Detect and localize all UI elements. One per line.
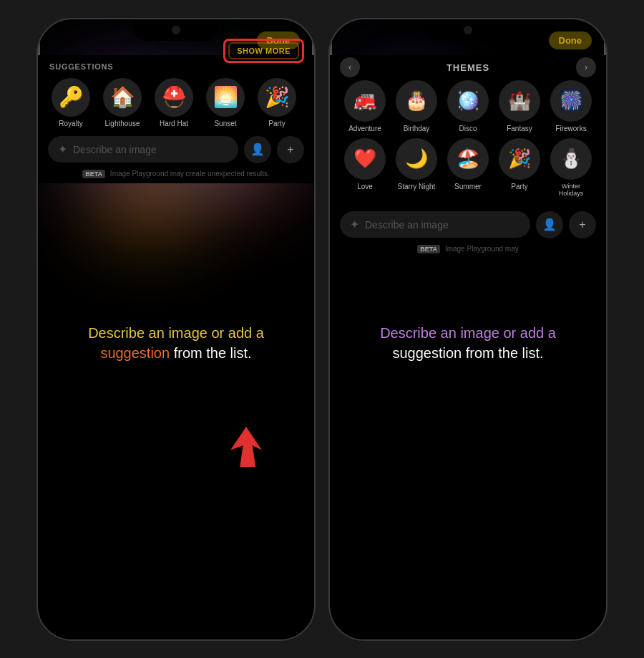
themes-row-1: 🚒 Adventure 🎂 Birthday 🪩 Disco 🏰 Fantasy bbox=[330, 80, 606, 132]
themes-prev-button[interactable]: ‹ bbox=[340, 57, 360, 77]
party-label: Party bbox=[268, 120, 285, 127]
prompt2-text2: suggestion from the list. bbox=[392, 345, 543, 361]
themes-panel: ‹ THEMES › 🚒 Adventure 🎂 Birthday 🪩 bbox=[330, 55, 606, 207]
notch-1 bbox=[133, 19, 219, 41]
theme-love[interactable]: ❤️ Love bbox=[343, 138, 387, 197]
suggestion-hardhat[interactable]: ⛑️ Hard Hat bbox=[152, 78, 195, 127]
theme-birthday[interactable]: 🎂 Birthday bbox=[394, 80, 439, 132]
party2-label: Party bbox=[511, 183, 527, 190]
center-prompt-text: Describe an image or add a suggestion fr… bbox=[83, 323, 269, 363]
prompt2-text: Describe an image or add a bbox=[380, 325, 556, 341]
add-button-1[interactable]: + bbox=[277, 136, 304, 163]
suggestion-royalty[interactable]: 🔑 Royalty bbox=[49, 78, 92, 127]
sunset-icon: 🌅 bbox=[206, 78, 245, 117]
theme-starry-night[interactable]: 🌙 Starry Night bbox=[394, 138, 439, 197]
winter-holidays-icon: ⛄ bbox=[550, 138, 592, 180]
theme-disco[interactable]: 🪩 Disco bbox=[446, 80, 490, 132]
main-area-1: Describe an image or add a suggestion fr… bbox=[38, 55, 314, 639]
show-more-button[interactable]: SHOW MORE bbox=[228, 42, 299, 59]
summer-icon: 🏖️ bbox=[447, 138, 489, 180]
beta-text-2: Image Playground may bbox=[445, 245, 519, 253]
theme-winter-holidays[interactable]: ⛄ Winter Holidays bbox=[549, 138, 593, 197]
hardhat-label: Hard Hat bbox=[160, 120, 188, 127]
winter-holidays-label: Winter Holidays bbox=[549, 183, 593, 197]
search-ring-icon-1: ✦ bbox=[58, 142, 67, 156]
fantasy-icon: 🏰 bbox=[499, 80, 540, 122]
beta-bar-2: BETA Image Playground may bbox=[330, 243, 606, 258]
done-button-2[interactable]: Done bbox=[549, 32, 592, 49]
svg-marker-0 bbox=[230, 427, 262, 467]
phone-2: Done Describe an image or add a suggesti… bbox=[328, 18, 608, 641]
prompt-text-line1: Describe an image or add a bbox=[88, 325, 264, 341]
disco-icon: 🪩 bbox=[447, 80, 489, 122]
search-input-wrap-1[interactable]: ✦ Describe an image bbox=[48, 136, 238, 163]
red-arrow-icon bbox=[221, 422, 271, 472]
search-placeholder-2: Describe an image bbox=[365, 219, 449, 231]
theme-summer[interactable]: 🏖️ Summer bbox=[446, 138, 490, 197]
arrow-annotation bbox=[221, 422, 271, 475]
love-icon: ❤️ bbox=[344, 138, 386, 180]
love-label: Love bbox=[357, 183, 373, 190]
lighthouse-icon: 🏠 bbox=[103, 78, 142, 117]
prompt-text-line2: suggestion bbox=[100, 345, 170, 361]
center-prompt-text-2: Describe an image or add a suggestion fr… bbox=[375, 323, 561, 363]
birthday-icon: 🎂 bbox=[396, 80, 437, 122]
themes-row-2: ❤️ Love 🌙 Starry Night 🏖️ Summer 🎉 Party bbox=[330, 138, 606, 197]
party2-icon: 🎉 bbox=[499, 138, 540, 180]
themes-header: ‹ THEMES › bbox=[330, 62, 606, 73]
search-placeholder-1: Describe an image bbox=[73, 144, 157, 155]
add-button-2[interactable]: + bbox=[569, 211, 596, 238]
suggestion-party[interactable]: 🎉 Party bbox=[255, 78, 298, 127]
search-input-wrap-2[interactable]: ✦ Describe an image bbox=[340, 211, 530, 238]
theme-adventure[interactable]: 🚒 Adventure bbox=[343, 80, 387, 132]
bottom-area-1: SUGGESTIONS SHOW MORE 🔑 Royalty 🏠 Lighth… bbox=[38, 55, 314, 183]
search-ring-icon-2: ✦ bbox=[350, 218, 359, 231]
prompt-text-line3: from the list. bbox=[170, 345, 251, 361]
search-bar-2: ✦ Describe an image 👤 + bbox=[330, 207, 606, 243]
royalty-icon: 🔑 bbox=[52, 78, 90, 117]
suggestions-section: SUGGESTIONS SHOW MORE 🔑 Royalty 🏠 Lighth… bbox=[38, 55, 314, 132]
theme-party[interactable]: 🎉 Party bbox=[497, 138, 542, 197]
show-more-highlight-box: SHOW MORE bbox=[223, 39, 304, 63]
main-area-2: Describe an image or add a suggestion fr… bbox=[330, 55, 606, 639]
theme-fireworks[interactable]: 🎆 Fireworks bbox=[549, 80, 593, 132]
beta-badge-2: BETA bbox=[417, 245, 440, 253]
phone-1: Done Describe an image or add a suggesti… bbox=[36, 18, 316, 641]
suggestions-header: SUGGESTIONS SHOW MORE bbox=[49, 62, 303, 71]
search-bar-1: ✦ Describe an image 👤 + bbox=[38, 132, 314, 168]
beta-bar-1: BETA Image Playground may create unexpec… bbox=[38, 168, 314, 183]
person-button-1[interactable]: 👤 bbox=[244, 136, 271, 163]
theme-fantasy[interactable]: 🏰 Fantasy bbox=[497, 80, 542, 132]
fireworks-icon: 🎆 bbox=[550, 80, 592, 122]
suggestions-label: SUGGESTIONS bbox=[49, 62, 113, 71]
royalty-label: Royalty bbox=[59, 120, 82, 127]
fireworks-label: Fireworks bbox=[555, 125, 586, 132]
hardhat-icon: ⛑️ bbox=[155, 78, 193, 117]
person-button-2[interactable]: 👤 bbox=[536, 211, 563, 238]
themes-next-button[interactable]: › bbox=[576, 57, 596, 77]
beta-text-1: Image Playground may create unexpected r… bbox=[110, 170, 270, 178]
adventure-icon: 🚒 bbox=[344, 80, 386, 122]
notch-2 bbox=[425, 19, 511, 41]
birthday-label: Birthday bbox=[404, 125, 430, 132]
party-icon: 🎉 bbox=[258, 78, 296, 117]
suggestions-row: 🔑 Royalty 🏠 Lighthouse ⛑️ Hard Hat 🌅 Sun… bbox=[49, 78, 303, 127]
summer-label: Summer bbox=[454, 183, 482, 190]
starry-night-label: Starry Night bbox=[398, 183, 436, 190]
lighthouse-label: Lighthouse bbox=[105, 120, 140, 127]
fantasy-label: Fantasy bbox=[507, 125, 532, 132]
beta-badge-1: BETA bbox=[82, 170, 105, 178]
sunset-label: Sunset bbox=[214, 120, 236, 127]
suggestion-sunset[interactable]: 🌅 Sunset bbox=[204, 78, 247, 127]
adventure-label: Adventure bbox=[348, 125, 381, 132]
bottom-area-2: ‹ THEMES › 🚒 Adventure 🎂 Birthday 🪩 bbox=[330, 55, 606, 258]
disco-label: Disco bbox=[459, 125, 477, 132]
starry-night-icon: 🌙 bbox=[396, 138, 437, 180]
themes-label: THEMES bbox=[447, 62, 489, 73]
suggestion-lighthouse[interactable]: 🏠 Lighthouse bbox=[101, 78, 144, 127]
